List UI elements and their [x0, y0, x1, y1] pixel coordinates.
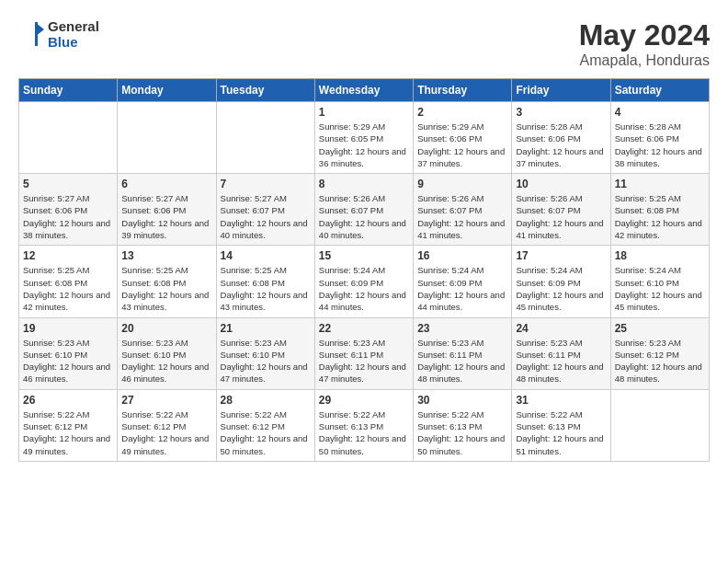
day-number: 29	[319, 394, 409, 407]
day-info-line: Daylight: 12 hours and 50 minutes.	[417, 433, 505, 455]
day-info-line: Sunrise: 5:25 AM	[221, 265, 287, 275]
day-info-line: Sunrise: 5:22 AM	[417, 409, 483, 419]
calendar-cell: 10Sunrise: 5:26 AMSunset: 6:07 PMDayligh…	[512, 174, 610, 246]
day-info-line: Sunrise: 5:23 AM	[23, 338, 89, 348]
calendar-header-row: SundayMondayTuesdayWednesdayThursdayFrid…	[19, 79, 710, 102]
calendar-cell: 31Sunrise: 5:22 AMSunset: 6:13 PMDayligh…	[512, 389, 610, 461]
day-info-line: Daylight: 12 hours and 38 minutes.	[23, 218, 110, 240]
day-info: Sunrise: 5:27 AMSunset: 6:06 PMDaylight:…	[121, 192, 211, 241]
day-info-line: Daylight: 12 hours and 38 minutes.	[615, 146, 702, 168]
day-info-line: Sunset: 6:09 PM	[516, 278, 580, 288]
day-info: Sunrise: 5:29 AMSunset: 6:05 PMDaylight:…	[319, 121, 409, 169]
day-info-line: Sunrise: 5:22 AM	[516, 409, 582, 419]
day-info-line: Sunset: 6:06 PM	[615, 133, 679, 144]
title-block: May 2024 Amapala, Honduras	[579, 18, 710, 69]
day-info: Sunrise: 5:22 AMSunset: 6:12 PMDaylight:…	[23, 408, 113, 457]
calendar-weekday-monday: Monday	[118, 79, 216, 102]
day-info-line: Sunset: 6:12 PM	[23, 421, 87, 431]
day-info: Sunrise: 5:26 AMSunset: 6:07 PMDaylight:…	[417, 192, 507, 241]
calendar-cell: 8Sunrise: 5:26 AMSunset: 6:07 PMDaylight…	[314, 174, 413, 246]
logo: General Blue	[18, 18, 99, 51]
day-info-line: Sunrise: 5:24 AM	[516, 265, 582, 275]
day-info-line: Sunset: 6:06 PM	[417, 133, 482, 144]
day-info: Sunrise: 5:23 AMSunset: 6:10 PMDaylight:…	[121, 337, 211, 385]
day-info-line: Daylight: 12 hours and 40 minutes.	[221, 218, 308, 240]
day-info-line: Sunset: 6:10 PM	[121, 350, 186, 360]
day-info-line: Sunset: 6:07 PM	[319, 205, 383, 215]
calendar-cell: 11Sunrise: 5:25 AMSunset: 6:08 PMDayligh…	[610, 174, 709, 246]
day-info-line: Sunset: 6:13 PM	[516, 421, 580, 431]
day-info-line: Sunrise: 5:23 AM	[319, 338, 385, 348]
day-info: Sunrise: 5:22 AMSunset: 6:13 PMDaylight:…	[417, 408, 507, 457]
day-info-line: Sunset: 6:07 PM	[516, 205, 580, 215]
calendar-weekday-wednesday: Wednesday	[314, 79, 413, 102]
day-number: 25	[615, 322, 705, 335]
day-info-line: Sunset: 6:11 PM	[516, 350, 580, 360]
logo-general: General	[48, 18, 99, 34]
day-info-line: Sunrise: 5:25 AM	[121, 265, 188, 275]
day-info: Sunrise: 5:29 AMSunset: 6:06 PMDaylight:…	[417, 121, 507, 169]
day-info-line: Sunrise: 5:22 AM	[121, 409, 188, 419]
calendar-cell: 13Sunrise: 5:25 AMSunset: 6:08 PMDayligh…	[118, 246, 216, 317]
day-number: 18	[615, 249, 705, 262]
day-info: Sunrise: 5:22 AMSunset: 6:13 PMDaylight:…	[319, 408, 409, 457]
month-title: May 2024	[579, 18, 710, 52]
calendar-cell	[216, 102, 314, 174]
calendar-cell: 9Sunrise: 5:26 AMSunset: 6:07 PMDaylight…	[414, 174, 512, 246]
day-info-line: Daylight: 12 hours and 50 minutes.	[221, 433, 308, 455]
day-info: Sunrise: 5:26 AMSunset: 6:07 PMDaylight:…	[516, 192, 606, 241]
day-number: 20	[121, 322, 211, 335]
day-info-line: Sunset: 6:13 PM	[417, 421, 482, 431]
day-info-line: Sunrise: 5:22 AM	[319, 409, 385, 419]
calendar-cell: 20Sunrise: 5:23 AMSunset: 6:10 PMDayligh…	[118, 317, 216, 389]
day-info-line: Sunrise: 5:23 AM	[516, 338, 582, 348]
calendar-cell: 16Sunrise: 5:24 AMSunset: 6:09 PMDayligh…	[414, 246, 512, 317]
calendar-cell: 30Sunrise: 5:22 AMSunset: 6:13 PMDayligh…	[414, 389, 512, 461]
day-info: Sunrise: 5:23 AMSunset: 6:11 PMDaylight:…	[417, 337, 507, 385]
day-info-line: Sunset: 6:08 PM	[23, 278, 87, 288]
day-number: 3	[516, 106, 606, 119]
day-info-line: Sunrise: 5:28 AM	[615, 121, 681, 132]
day-number: 30	[417, 394, 507, 407]
calendar-cell	[118, 102, 216, 174]
calendar-weekday-thursday: Thursday	[414, 79, 512, 102]
day-info: Sunrise: 5:24 AMSunset: 6:09 PMDaylight:…	[319, 264, 409, 313]
day-info-line: Sunrise: 5:24 AM	[417, 265, 483, 275]
day-info: Sunrise: 5:25 AMSunset: 6:08 PMDaylight:…	[221, 264, 311, 313]
day-info-line: Sunrise: 5:29 AM	[417, 121, 483, 132]
day-info-line: Daylight: 12 hours and 48 minutes.	[417, 362, 505, 384]
day-info-line: Daylight: 12 hours and 42 minutes.	[23, 290, 110, 312]
day-info-line: Sunrise: 5:27 AM	[121, 193, 188, 203]
day-number: 7	[221, 178, 311, 190]
calendar-weekday-tuesday: Tuesday	[216, 79, 314, 102]
day-number: 22	[319, 322, 409, 335]
day-info-line: Daylight: 12 hours and 41 minutes.	[516, 218, 603, 240]
day-info-line: Sunrise: 5:25 AM	[23, 265, 89, 275]
day-info-line: Daylight: 12 hours and 42 minutes.	[615, 218, 702, 240]
day-info: Sunrise: 5:23 AMSunset: 6:10 PMDaylight:…	[23, 337, 113, 385]
day-info: Sunrise: 5:25 AMSunset: 6:08 PMDaylight:…	[615, 192, 705, 241]
calendar-cell: 25Sunrise: 5:23 AMSunset: 6:12 PMDayligh…	[610, 317, 709, 389]
calendar-week-row-5: 26Sunrise: 5:22 AMSunset: 6:12 PMDayligh…	[19, 389, 710, 461]
day-info-line: Sunset: 6:06 PM	[516, 133, 580, 144]
calendar-cell: 21Sunrise: 5:23 AMSunset: 6:10 PMDayligh…	[216, 317, 314, 389]
day-info: Sunrise: 5:27 AMSunset: 6:06 PMDaylight:…	[23, 192, 113, 241]
calendar-cell: 7Sunrise: 5:27 AMSunset: 6:07 PMDaylight…	[216, 174, 314, 246]
day-info-line: Daylight: 12 hours and 43 minutes.	[121, 290, 209, 312]
day-info: Sunrise: 5:27 AMSunset: 6:07 PMDaylight:…	[221, 192, 311, 241]
calendar-cell: 12Sunrise: 5:25 AMSunset: 6:08 PMDayligh…	[19, 246, 118, 317]
day-number: 28	[221, 394, 311, 407]
calendar-cell: 6Sunrise: 5:27 AMSunset: 6:06 PMDaylight…	[118, 174, 216, 246]
day-info: Sunrise: 5:25 AMSunset: 6:08 PMDaylight:…	[121, 264, 211, 313]
day-info-line: Daylight: 12 hours and 51 minutes.	[516, 433, 603, 455]
day-info-line: Sunset: 6:08 PM	[615, 205, 679, 215]
day-info: Sunrise: 5:24 AMSunset: 6:10 PMDaylight:…	[615, 264, 705, 313]
day-info-line: Sunrise: 5:23 AM	[417, 338, 483, 348]
day-info-line: Sunset: 6:05 PM	[319, 133, 383, 144]
day-info-line: Sunset: 6:09 PM	[417, 278, 482, 288]
calendar-cell: 19Sunrise: 5:23 AMSunset: 6:10 PMDayligh…	[19, 317, 118, 389]
day-info: Sunrise: 5:23 AMSunset: 6:12 PMDaylight:…	[615, 337, 705, 385]
day-info-line: Daylight: 12 hours and 49 minutes.	[23, 433, 110, 455]
day-info-line: Sunset: 6:08 PM	[121, 278, 186, 288]
day-number: 17	[516, 249, 606, 262]
